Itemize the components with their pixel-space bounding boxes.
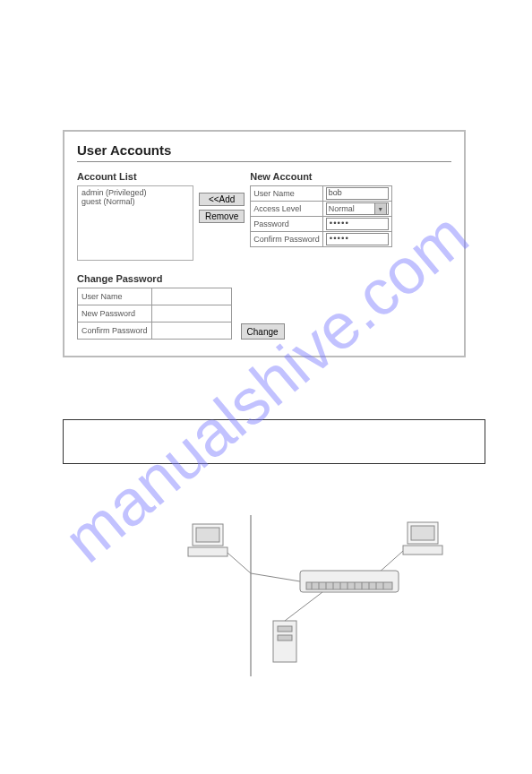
list-item[interactable]: guest (Normal) [82, 197, 189, 206]
empty-box [63, 419, 485, 464]
cp-new-password-label: New Password [78, 305, 152, 322]
computer-icon [188, 524, 227, 556]
svg-rect-7 [403, 546, 442, 555]
switch-icon [300, 571, 399, 592]
change-password-heading: Change Password [77, 273, 451, 284]
new-account-section: New Account User Name bob Access Level N… [250, 171, 392, 247]
svg-line-4 [227, 553, 251, 573]
svg-line-8 [378, 551, 403, 573]
user-name-label: User Name [251, 186, 323, 202]
account-list-heading: Account List [77, 171, 193, 182]
remove-button[interactable]: Remove [199, 210, 245, 223]
cp-new-password-field[interactable] [156, 308, 227, 319]
server-icon [273, 621, 296, 662]
computer-icon [403, 522, 442, 555]
access-level-label: Access Level [251, 202, 323, 217]
account-listbox[interactable]: admin (Privileged) guest (Normal) [77, 185, 193, 261]
list-buttons: <<Add Remove [199, 193, 245, 223]
cp-confirm-label: Confirm Password [78, 322, 152, 340]
list-item[interactable]: admin (Privileged) [82, 188, 189, 197]
svg-rect-2 [196, 528, 219, 542]
change-button[interactable]: Change [241, 323, 285, 340]
confirm-password-label: Confirm Password [251, 232, 323, 247]
cp-user-name-field[interactable] [156, 291, 227, 302]
new-account-heading: New Account [250, 171, 392, 182]
svg-rect-24 [278, 626, 292, 632]
access-level-select[interactable]: Normal ▼ [326, 202, 389, 215]
user-name-field[interactable]: bob [326, 187, 389, 200]
svg-rect-25 [278, 635, 292, 641]
chevron-down-icon: ▼ [374, 202, 387, 215]
confirm-password-field[interactable]: ••••• [326, 233, 389, 245]
svg-line-26 [285, 592, 322, 621]
cp-user-name-label: User Name [78, 288, 152, 305]
divider [77, 161, 451, 162]
account-list-section: Account List admin (Privileged) guest (N… [77, 171, 193, 261]
change-password-section: Change Password User Name New Password C… [77, 273, 451, 340]
add-button[interactable]: <<Add [199, 193, 245, 206]
svg-line-22 [251, 573, 300, 581]
diagram-svg [107, 515, 457, 676]
access-level-value: Normal [329, 204, 355, 213]
svg-rect-6 [411, 526, 434, 540]
network-diagram [107, 515, 457, 676]
password-field[interactable]: ••••• [326, 218, 389, 230]
cp-confirm-field[interactable] [156, 325, 227, 336]
password-label: Password [251, 217, 323, 232]
panel-title: User Accounts [77, 142, 451, 158]
user-accounts-panel: User Accounts Account List admin (Privil… [63, 130, 466, 357]
svg-rect-3 [188, 547, 227, 556]
